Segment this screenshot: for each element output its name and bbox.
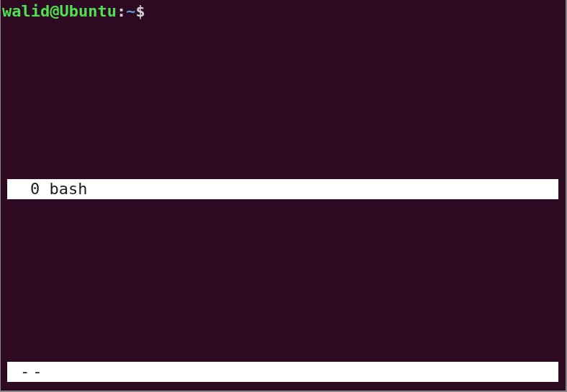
prompt-user-host: walid@Ubuntu — [2, 1, 117, 22]
terminal-window[interactable]: walid@Ubuntu : ~ $ 0 bash -- — [0, 0, 567, 392]
prompt-path: ~ — [126, 1, 135, 22]
shell-prompt-line[interactable]: walid@Ubuntu : ~ $ — [2, 1, 566, 22]
screen-window-name: bash — [49, 179, 87, 199]
screen-status-bar: -- — [7, 362, 558, 382]
screen-window-list-item[interactable]: 0 bash — [7, 179, 558, 199]
prompt-sigil: $ — [135, 1, 145, 22]
status-bar-text: -- — [20, 362, 45, 382]
prompt-colon: : — [117, 1, 126, 22]
screen-window-index: 0 — [30, 179, 40, 199]
